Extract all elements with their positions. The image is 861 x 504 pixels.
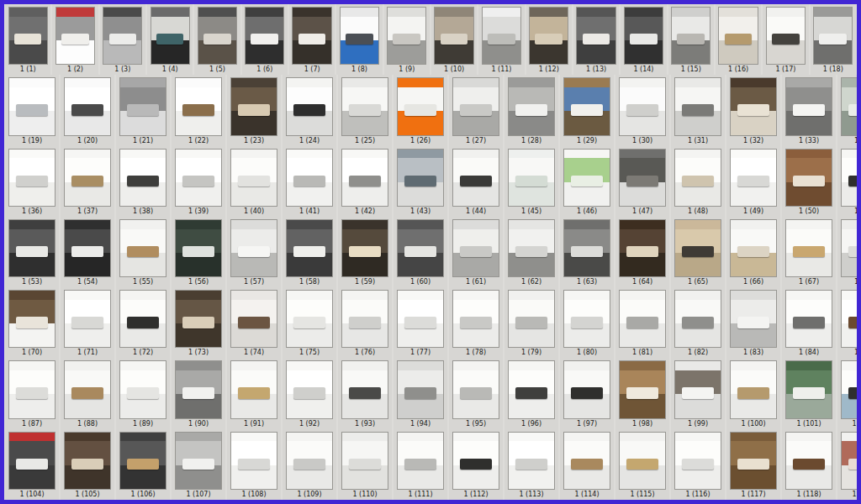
thumbnail-cell[interactable]: 1 (58): [283, 217, 336, 287]
thumbnail-image[interactable]: [341, 432, 388, 490]
thumbnail-image[interactable]: [8, 432, 55, 490]
thumbnail-cell[interactable]: 1 (105): [61, 429, 114, 500]
thumbnail-image[interactable]: [529, 7, 568, 65]
thumbnail-cell[interactable]: 1 (62): [504, 217, 558, 287]
thumbnail-image[interactable]: [286, 77, 333, 135]
thumbnail-cell[interactable]: 1 (13): [573, 4, 619, 75]
thumbnail-cell[interactable]: 1 (20): [61, 75, 114, 145]
thumbnail-cell[interactable]: 1 (40): [227, 146, 281, 217]
thumbnail-image[interactable]: [387, 7, 426, 65]
thumbnail-image[interactable]: [563, 290, 610, 348]
thumbnail-image[interactable]: [508, 77, 555, 135]
thumbnail-cell[interactable]: 1 (102): [837, 358, 857, 428]
thumbnail-cell[interactable]: 1 (18): [811, 4, 856, 75]
thumbnail-image[interactable]: [563, 360, 610, 418]
thumbnail-image[interactable]: [103, 7, 142, 65]
thumbnail-cell[interactable]: 1 (65): [671, 217, 725, 287]
thumbnail-cell[interactable]: 1 (95): [449, 358, 503, 428]
thumbnail-cell[interactable]: 1 (108): [227, 429, 281, 500]
thumbnail-cell[interactable]: 1 (31): [671, 75, 725, 145]
thumbnail-cell[interactable]: 1 (107): [172, 429, 225, 500]
thumbnail-image[interactable]: [397, 77, 444, 135]
thumbnail-image[interactable]: [674, 360, 721, 418]
thumbnail-image[interactable]: [730, 290, 777, 348]
thumbnail-cell[interactable]: 1 (29): [560, 75, 614, 145]
thumbnail-image[interactable]: [397, 219, 444, 277]
thumbnail-cell[interactable]: 1 (64): [615, 217, 669, 287]
thumbnail-image[interactable]: [8, 77, 55, 135]
thumbnail-image[interactable]: [730, 432, 777, 490]
thumbnail-image[interactable]: [64, 360, 111, 418]
thumbnail-image[interactable]: [674, 432, 721, 490]
thumbnail-image[interactable]: [674, 290, 721, 348]
thumbnail-cell[interactable]: 1 (16): [716, 4, 761, 75]
thumbnail-image[interactable]: [292, 7, 331, 65]
thumbnail-image[interactable]: [766, 7, 806, 65]
thumbnail-cell[interactable]: 1 (5): [194, 4, 240, 75]
thumbnail-cell[interactable]: 1 (47): [615, 146, 669, 217]
thumbnail-cell[interactable]: 1 (78): [449, 287, 503, 358]
thumbnail-image[interactable]: [785, 360, 832, 418]
thumbnail-image[interactable]: [175, 360, 222, 418]
thumbnail-cell[interactable]: 1 (15): [668, 4, 714, 75]
thumbnail-cell[interactable]: 1 (115): [615, 429, 669, 500]
thumbnail-cell[interactable]: 1 (2): [52, 4, 98, 75]
thumbnail-image[interactable]: [8, 290, 55, 348]
thumbnail-cell[interactable]: 1 (23): [227, 75, 281, 145]
thumbnail-cell[interactable]: 1 (118): [782, 429, 836, 500]
thumbnail-cell[interactable]: 1 (81): [615, 287, 669, 358]
thumbnail-image[interactable]: [508, 149, 555, 207]
thumbnail-cell[interactable]: 1 (113): [504, 429, 558, 500]
thumbnail-image[interactable]: [397, 149, 444, 207]
thumbnail-cell[interactable]: 1 (7): [289, 4, 335, 75]
thumbnail-cell[interactable]: 1 (88): [61, 358, 114, 428]
thumbnail-image[interactable]: [8, 149, 55, 207]
thumbnail-cell[interactable]: 1 (39): [172, 146, 225, 217]
thumbnail-cell[interactable]: 1 (46): [560, 146, 614, 217]
thumbnail-image[interactable]: [55, 7, 95, 65]
thumbnail-image[interactable]: [230, 290, 277, 348]
thumbnail-image[interactable]: [286, 219, 333, 277]
thumbnail-image[interactable]: [119, 219, 166, 277]
thumbnail-cell[interactable]: 1 (67): [782, 217, 836, 287]
thumbnail-image[interactable]: [508, 219, 555, 277]
thumbnail-image[interactable]: [245, 7, 284, 65]
thumbnail-cell[interactable]: 1 (79): [504, 287, 558, 358]
thumbnail-image[interactable]: [482, 7, 521, 65]
thumbnail-image[interactable]: [785, 432, 832, 490]
thumbnail-image[interactable]: [119, 432, 166, 490]
thumbnail-image[interactable]: [119, 149, 166, 207]
thumbnail-cell[interactable]: 1 (28): [504, 75, 558, 145]
thumbnail-image[interactable]: [619, 360, 666, 418]
thumbnail-cell[interactable]: 1 (55): [116, 217, 170, 287]
thumbnail-cell[interactable]: 1 (21): [116, 75, 170, 145]
thumbnail-cell[interactable]: 1 (114): [560, 429, 614, 500]
thumbnail-cell[interactable]: 1 (92): [283, 358, 336, 428]
thumbnail-image[interactable]: [8, 219, 55, 277]
thumbnail-image[interactable]: [841, 360, 857, 418]
thumbnail-image[interactable]: [841, 432, 857, 490]
thumbnail-cell[interactable]: 1 (17): [763, 4, 808, 75]
thumbnail-cell[interactable]: 1 (70): [5, 287, 59, 358]
thumbnail-image[interactable]: [397, 360, 444, 418]
thumbnail-cell[interactable]: 1 (3): [100, 4, 145, 75]
thumbnail-cell[interactable]: 1 (49): [726, 146, 780, 217]
thumbnail-image[interactable]: [563, 432, 610, 490]
thumbnail-image[interactable]: [671, 7, 710, 65]
thumbnail-image[interactable]: [64, 219, 111, 277]
thumbnail-cell[interactable]: 1 (19): [5, 75, 59, 145]
thumbnail-image[interactable]: [286, 149, 333, 207]
thumbnail-cell[interactable]: 1 (27): [449, 75, 503, 145]
thumbnail-cell[interactable]: 1 (104): [5, 429, 59, 500]
thumbnail-cell[interactable]: 1 (48): [671, 146, 725, 217]
thumbnail-image[interactable]: [434, 7, 473, 65]
thumbnail-cell[interactable]: 1 (87): [5, 358, 59, 428]
thumbnail-image[interactable]: [175, 432, 222, 490]
thumbnail-image[interactable]: [841, 149, 857, 207]
thumbnail-cell[interactable]: 1 (8): [336, 4, 382, 75]
thumbnail-image[interactable]: [341, 219, 388, 277]
thumbnail-image[interactable]: [119, 290, 166, 348]
thumbnail-cell[interactable]: 1 (24): [283, 75, 336, 145]
thumbnail-cell[interactable]: 1 (80): [560, 287, 614, 358]
thumbnail-cell[interactable]: 1 (84): [782, 287, 836, 358]
